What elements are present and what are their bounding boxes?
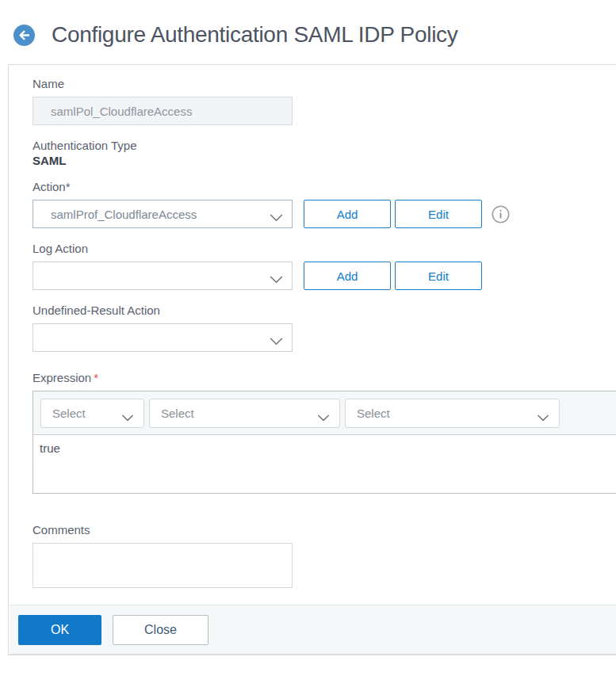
close-button[interactable]: Close: [113, 615, 209, 645]
action-edit-button[interactable]: Edit: [395, 200, 482, 228]
name-label: Name: [33, 77, 616, 90]
comments-label: Comments: [33, 523, 616, 537]
undefined-result-action-field: Undefined-Result Action: [33, 304, 616, 352]
expression-select-3-value: Select: [357, 407, 390, 420]
undefined-result-action-select[interactable]: [33, 323, 293, 352]
chevron-down-icon: [121, 411, 134, 424]
name-input: [33, 97, 293, 125]
undefined-result-action-label: Undefined-Result Action: [33, 304, 616, 317]
expression-select-1-value: Select: [52, 407, 86, 420]
auth-type-label: Authentication Type: [33, 139, 616, 152]
comments-field: Comments: [33, 523, 616, 588]
info-icon[interactable]: [492, 205, 510, 223]
comments-textarea[interactable]: [33, 543, 293, 588]
log-action-select[interactable]: [33, 262, 293, 290]
form-panel: Name Authentication Type SAML Action* sa…: [8, 64, 616, 655]
log-action-edit-button[interactable]: Edit: [395, 262, 482, 290]
expression-label: Expression: [33, 371, 91, 384]
log-action-add-button[interactable]: Add: [304, 262, 391, 290]
action-select-value: samlProf_CloudflareAccess: [51, 208, 197, 221]
action-add-button[interactable]: Add: [304, 200, 391, 228]
log-action-label: Log Action: [33, 242, 616, 255]
log-action-field: Log Action Add Edit: [33, 242, 616, 290]
back-button[interactable]: [13, 25, 35, 46]
action-select[interactable]: samlProf_CloudflareAccess: [33, 200, 293, 228]
action-label: Action*: [33, 180, 616, 193]
page-title: Configure Authentication SAML IDP Policy: [52, 22, 458, 48]
chevron-down-icon: [270, 334, 283, 348]
expression-textarea[interactable]: true: [33, 434, 616, 493]
header: Configure Authentication SAML IDP Policy: [0, 0, 616, 48]
expression-operand-select-1[interactable]: Select: [40, 399, 144, 428]
chevron-down-icon: [317, 411, 330, 424]
name-field: Name: [33, 77, 616, 125]
arrow-left-circle-icon: [13, 36, 35, 48]
ok-button[interactable]: OK: [18, 615, 101, 645]
chevron-down-icon: [537, 411, 549, 424]
footer-bar: OK Close: [10, 605, 616, 655]
expression-builder: Select Select Select: [33, 391, 616, 494]
expression-toolbar: Select Select Select: [33, 391, 616, 434]
form-body: Name Authentication Type SAML Action* sa…: [9, 65, 616, 588]
auth-type-value: SAML: [33, 154, 616, 167]
chevron-down-icon: [270, 273, 283, 286]
action-field: Action* samlProf_CloudflareAccess Add Ed…: [33, 180, 616, 228]
chevron-down-icon: [270, 211, 283, 224]
expression-label-row: Expression*: [33, 371, 616, 384]
expression-select-2-value: Select: [161, 407, 194, 420]
expression-field: Expression* Select Select: [33, 371, 616, 494]
required-asterisk: *: [94, 371, 98, 384]
expression-operand-select-2[interactable]: Select: [149, 399, 340, 428]
expression-operand-select-3[interactable]: Select: [345, 399, 560, 428]
auth-type-field: Authentication Type SAML: [33, 139, 616, 167]
